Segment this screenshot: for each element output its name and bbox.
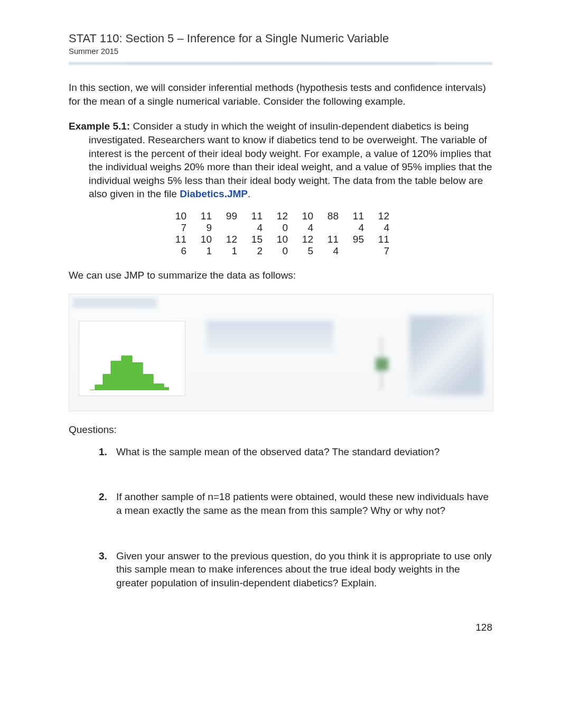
question-number: 3. xyxy=(99,549,107,563)
list-item: 1. What is the sample mean of the observ… xyxy=(101,445,492,459)
page-number: 128 xyxy=(69,622,492,633)
data-cell: 15 xyxy=(242,234,268,245)
data-cell xyxy=(217,222,242,234)
data-table: 10 11 99 11 12 10 88 11 12 7 9 4 0 4 4 4… xyxy=(166,210,395,257)
data-cell: 10 xyxy=(268,234,293,245)
data-cell: 2 xyxy=(242,245,268,257)
table-row: 10 11 99 11 12 10 88 11 12 xyxy=(166,210,395,222)
example-label: Example 5.1: xyxy=(69,121,130,132)
example-body-post: . xyxy=(248,188,250,199)
data-cell: 4 xyxy=(293,222,319,234)
data-cell: 11 xyxy=(369,234,395,245)
data-cell: 12 xyxy=(369,210,395,222)
table-row: 11 10 12 15 10 12 11 95 11 xyxy=(166,234,395,245)
data-cell: 12 xyxy=(268,210,293,222)
table-row: 7 9 4 0 4 4 4 xyxy=(166,222,395,234)
jmp-blur-header xyxy=(72,298,157,308)
questions-heading: Questions: xyxy=(69,424,492,436)
question-text: What is the sample mean of the observed … xyxy=(116,446,440,457)
page-subtitle: Summer 2015 xyxy=(69,47,492,56)
data-cell: 12 xyxy=(293,234,319,245)
jmp-blur-histogram-panel xyxy=(79,321,185,396)
data-cell: 95 xyxy=(344,234,369,245)
data-cell: 99 xyxy=(217,210,242,222)
intro-paragraph: In this section, we will consider infere… xyxy=(69,81,492,108)
data-cell xyxy=(344,245,369,257)
question-number: 1. xyxy=(99,445,107,459)
data-cell: 0 xyxy=(268,245,293,257)
data-cell: 0 xyxy=(268,222,293,234)
jmp-blur-moments xyxy=(409,316,483,395)
data-cell: 7 xyxy=(166,222,192,234)
question-number: 2. xyxy=(99,490,107,504)
data-cell: 5 xyxy=(293,245,319,257)
data-cell: 11 xyxy=(319,234,344,245)
question-text: If another sample of n=18 patients were … xyxy=(116,491,489,516)
data-cell: 4 xyxy=(319,245,344,257)
data-cell: 1 xyxy=(192,245,217,257)
jmp-caption: We can use JMP to summarize the data as … xyxy=(69,269,492,282)
data-cell: 11 xyxy=(192,210,217,222)
data-cell: 10 xyxy=(293,210,319,222)
list-item: 3. Given your answer to the previous que… xyxy=(101,549,492,590)
data-cell: 11 xyxy=(242,210,268,222)
list-item: 2. If another sample of n=18 patients we… xyxy=(101,490,492,517)
data-cell: 11 xyxy=(166,234,192,245)
header-rule xyxy=(69,62,492,65)
svg-marker-0 xyxy=(90,356,169,390)
data-cell xyxy=(319,222,344,234)
file-link: Diabetics.JMP xyxy=(180,188,248,199)
data-cell: 6 xyxy=(166,245,192,257)
data-cell: 7 xyxy=(369,245,395,257)
example-body-pre: Consider a study in which the weight of … xyxy=(89,121,492,199)
page-title: STAT 110: Section 5 – Inference for a Si… xyxy=(69,32,492,45)
jmp-output-figure xyxy=(69,294,493,411)
question-text: Given your answer to the previous questi… xyxy=(116,550,492,588)
data-cell: 9 xyxy=(192,222,217,234)
data-cell: 10 xyxy=(192,234,217,245)
jmp-blur-boxplot xyxy=(354,326,407,390)
table-row: 6 1 1 2 0 5 4 7 xyxy=(166,245,395,257)
data-cell: 4 xyxy=(242,222,268,234)
data-cell: 4 xyxy=(369,222,395,234)
data-cell: 12 xyxy=(217,234,242,245)
question-list: 1. What is the sample mean of the observ… xyxy=(69,445,492,590)
data-cell: 1 xyxy=(217,245,242,257)
data-cell: 88 xyxy=(319,210,344,222)
example-paragraph: Example 5.1: Consider a study in which t… xyxy=(69,119,492,201)
histogram-icon xyxy=(90,353,169,390)
data-cell: 11 xyxy=(344,210,369,222)
data-cell: 10 xyxy=(166,210,192,222)
data-cell: 4 xyxy=(344,222,369,234)
jmp-blur-quantiles xyxy=(207,321,333,353)
